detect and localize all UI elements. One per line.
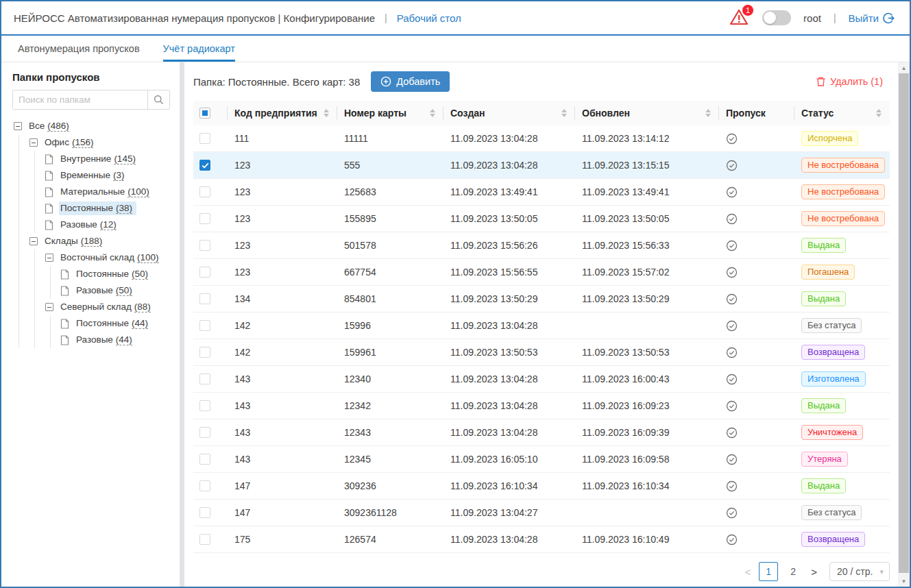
row-checkbox[interactable] xyxy=(199,186,210,197)
row-checkbox[interactable] xyxy=(199,454,210,465)
collapse-icon[interactable] xyxy=(14,122,22,130)
table-header-cell[interactable]: Статус xyxy=(794,101,890,125)
table-row: 123 155895 11.09.2023 13:50:05 11.09.202… xyxy=(193,206,890,232)
sort-button[interactable] xyxy=(561,109,568,117)
theme-toggle[interactable] xyxy=(762,10,791,25)
status-badge: Погашена xyxy=(801,265,855,280)
pass-check-circle-icon xyxy=(726,240,788,252)
folder-tree-item[interactable]: Восточный склад (100) xyxy=(12,249,170,266)
row-checkbox[interactable] xyxy=(199,320,210,331)
tree-item-label: Северный склад xyxy=(60,302,132,312)
alerts-button[interactable]: 1 xyxy=(729,8,750,27)
folder-tree-item[interactable]: Склады (188) xyxy=(12,233,170,249)
folder-tree-item[interactable]: Северный склад (88) xyxy=(12,299,170,315)
folder-tree-item[interactable]: Постоянные (44) xyxy=(12,315,170,332)
tree-item-count[interactable]: (38) xyxy=(116,203,132,215)
tree-item-count[interactable]: (3) xyxy=(113,170,125,182)
folder-tree-item[interactable]: Временные (3) xyxy=(12,167,170,184)
folder-tree-item[interactable]: Разовые (44) xyxy=(12,332,170,348)
table-row: 123 125683 11.09.2023 13:49:41 11.09.202… xyxy=(193,179,890,206)
select-all-checkbox[interactable] xyxy=(199,108,210,119)
tree-item-count[interactable]: (100) xyxy=(137,252,159,264)
tree-item-count[interactable]: (156) xyxy=(72,137,94,149)
table-row: 123 555 11.09.2023 13:04:28 11.09.2023 1… xyxy=(193,152,890,179)
collapse-icon[interactable] xyxy=(45,254,53,262)
row-checkbox[interactable] xyxy=(199,373,210,384)
row-checkbox[interactable] xyxy=(199,213,210,224)
folder-search-button[interactable] xyxy=(147,90,169,109)
folder-search-input[interactable] xyxy=(13,90,147,109)
row-checkbox[interactable] xyxy=(199,400,210,411)
folder-tree-item[interactable]: Офис (156) xyxy=(12,134,170,151)
app-window: НЕЙРОСС Автоматизированная нумерация про… xyxy=(0,0,911,588)
pagination-next[interactable]: > xyxy=(808,566,820,578)
cell-status: Утеряна xyxy=(794,452,890,467)
row-checkbox[interactable] xyxy=(199,160,210,171)
tree-item-count[interactable]: (145) xyxy=(114,154,136,165)
table-header-cell[interactable]: Код предприятия xyxy=(228,101,337,125)
folder-tree-item[interactable]: Разовые (50) xyxy=(12,282,170,299)
row-checkbox[interactable] xyxy=(199,347,210,358)
pagination-page-1[interactable]: 1 xyxy=(759,562,778,581)
tree-item-count[interactable]: (188) xyxy=(81,236,103,247)
status-badge: Испорчена xyxy=(801,131,858,146)
folder-tree-item[interactable]: Постоянные (38) xyxy=(12,200,170,217)
tab-active[interactable]: Учёт радиокарт xyxy=(163,36,235,62)
cell-pass xyxy=(719,454,794,465)
table-header-cell[interactable]: Номер карты xyxy=(337,101,444,125)
tab-inactive[interactable]: Автонумерация пропусков xyxy=(18,36,140,62)
delete-cards-button[interactable]: Удалить (1) xyxy=(816,76,883,87)
row-checkbox[interactable] xyxy=(199,427,210,438)
cell-status: Возвращена xyxy=(794,532,890,547)
pagination-page-2[interactable]: 2 xyxy=(784,562,803,581)
folder-tree-item[interactable]: Внутренние (145) xyxy=(12,151,170,167)
cell-enterprise-code: 111 xyxy=(228,133,337,144)
tree-item-count[interactable]: (50) xyxy=(116,285,132,297)
sort-button[interactable] xyxy=(876,109,883,117)
collapse-icon[interactable] xyxy=(45,303,53,311)
desktop-link[interactable]: Рабочий стол xyxy=(397,12,461,24)
row-checkbox[interactable] xyxy=(199,534,210,545)
row-checkbox[interactable] xyxy=(199,240,210,251)
tree-item-count[interactable]: (100) xyxy=(127,186,149,198)
row-checkbox[interactable] xyxy=(199,293,210,304)
column-label: Код предприятия xyxy=(234,108,317,119)
sort-descending-icon xyxy=(876,114,882,117)
tree-item-label: Разовые xyxy=(60,219,97,230)
cell-pass xyxy=(719,160,794,171)
folder-tree-item[interactable]: Постоянные (50) xyxy=(12,266,170,282)
tree-item-count[interactable]: (88) xyxy=(134,302,151,313)
table-header-cell[interactable]: Пропуск xyxy=(719,101,794,125)
tree-item-count[interactable]: (44) xyxy=(132,318,148,330)
page-size-select[interactable]: 20 / стр.▾ xyxy=(829,562,890,581)
folder-tree-item[interactable]: Разовые (12) xyxy=(12,217,170,233)
tree-item-count[interactable]: (486) xyxy=(47,121,69,132)
row-checkbox[interactable] xyxy=(199,133,210,144)
collapse-icon[interactable] xyxy=(29,237,38,245)
tree-item-count[interactable]: (50) xyxy=(132,269,148,280)
document-icon xyxy=(44,154,54,164)
logout-button[interactable]: Выйти xyxy=(849,12,895,24)
tree-item-count[interactable]: (12) xyxy=(100,219,117,231)
cell-card-number: 155895 xyxy=(337,213,444,224)
tree-item-count[interactable]: (44) xyxy=(116,334,132,346)
row-checkbox[interactable] xyxy=(199,507,210,518)
scrollbar-thumb[interactable] xyxy=(899,73,909,573)
collapse-icon[interactable] xyxy=(29,138,38,147)
sort-descending-icon xyxy=(705,114,711,117)
row-checkbox[interactable] xyxy=(199,480,210,491)
sort-button[interactable] xyxy=(430,109,437,117)
add-card-button[interactable]: Добавить xyxy=(371,71,450,92)
sort-button[interactable] xyxy=(705,109,712,117)
table-header-cell[interactable]: Обновлен xyxy=(575,101,719,125)
folder-tree-item[interactable]: Материальные (100) xyxy=(12,184,170,200)
scroll-up-arrow[interactable]: ▲ xyxy=(898,62,910,73)
cell-pass xyxy=(719,186,794,198)
sort-button[interactable] xyxy=(324,109,330,117)
vertical-scrollbar[interactable]: ▲ ▼ xyxy=(898,62,910,587)
pagination-prev[interactable]: < xyxy=(742,566,753,578)
scroll-down-arrow[interactable]: ▼ xyxy=(898,576,910,587)
row-checkbox[interactable] xyxy=(199,267,210,278)
folder-tree-item[interactable]: Все (486) xyxy=(12,118,170,134)
table-header-cell[interactable]: Создан xyxy=(444,101,575,125)
